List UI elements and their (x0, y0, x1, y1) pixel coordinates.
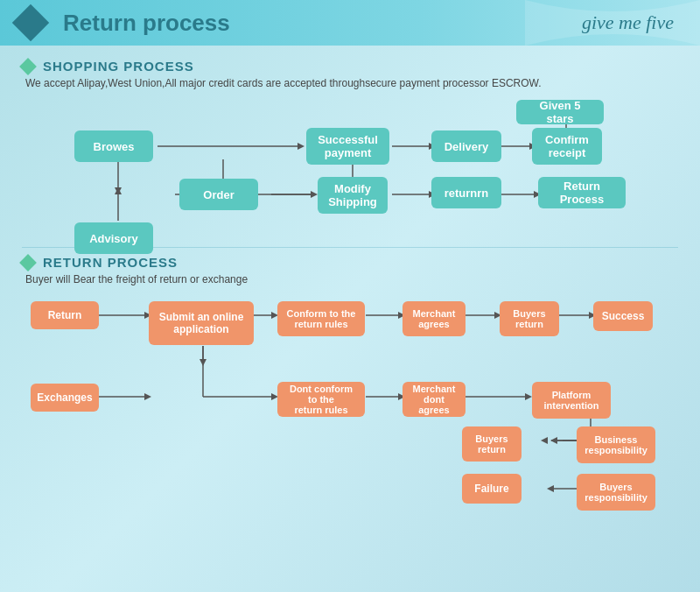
box-successful-payment: Successful payment (306, 128, 389, 165)
box-advisory: Advisory (74, 222, 153, 254)
box-exchanges: Exchanges (31, 384, 99, 412)
return-section-title: RETURN PROCESS (43, 255, 178, 270)
return-section-header: RETURN PROCESS (22, 255, 678, 270)
logo-text: give me five (582, 11, 674, 34)
svg-marker-51 (550, 437, 557, 444)
header-banner: Return process give me five (0, 0, 700, 46)
box-return-process: Return Process (538, 177, 626, 208)
box-buyers-responsibility: Buyers responsibility (577, 474, 655, 511)
page-title: Return process (63, 10, 230, 37)
svg-marker-30 (144, 393, 151, 400)
main-content: SHOPPING PROCESS We accept Alipay,West U… (0, 46, 700, 546)
box-confirm-receipt: Confirm receipt (532, 128, 602, 165)
svg-marker-55 (547, 485, 554, 492)
shopping-section-subtitle: We accept Alipay,West Union,All major cr… (25, 77, 678, 89)
svg-marker-14 (311, 191, 318, 198)
box-failure: Failure (462, 474, 522, 504)
box-return: Return (31, 301, 99, 329)
box-conform-rules: Conform to the return rules (277, 301, 365, 336)
box-delivery: Delivery (431, 130, 501, 162)
box-modify-shipping: Modify Shipping (318, 177, 388, 214)
return-section-subtitle: Buyer will Bear the freight of return or… (25, 273, 678, 285)
svg-marker-12 (115, 187, 122, 194)
svg-marker-43 (525, 393, 532, 400)
diamond-icon (19, 58, 37, 75)
box-browes: Browes (74, 130, 153, 162)
box-success: Success (593, 301, 653, 331)
box-platform-intervention: Platform intervention (532, 382, 611, 419)
box-business-responsibility: Business responsibility (577, 426, 655, 463)
box-given-5-stars: Given 5 stars (516, 100, 604, 124)
shopping-section-title: SHOPPING PROCESS (43, 59, 194, 74)
svg-marker-26 (200, 359, 206, 366)
shopping-section-header: SHOPPING PROCESS (22, 59, 678, 74)
svg-marker-9 (115, 187, 122, 194)
box-buyers-return2: Buyers return (462, 426, 522, 462)
box-merchant-dont: Merchant dont agrees (402, 382, 466, 417)
return-flow-diagram: Return Exchanges Submit an online applic… (22, 296, 678, 532)
shopping-flow-diagram: Browes Order Advisory Successful payment… (22, 100, 678, 240)
box-merchant-agrees: Merchant agrees (402, 301, 466, 336)
svg-marker-1 (298, 143, 304, 150)
box-buyers-return1: Buyers return (500, 301, 559, 336)
box-order: Order (179, 179, 258, 210)
svg-marker-46 (541, 437, 548, 444)
diamond-icon-2 (19, 254, 37, 271)
box-dont-conform: Dont conform to the return rules (277, 382, 365, 417)
box-submit-online: Submit an online application (149, 301, 254, 345)
box-returnm: returnrn (431, 177, 501, 208)
